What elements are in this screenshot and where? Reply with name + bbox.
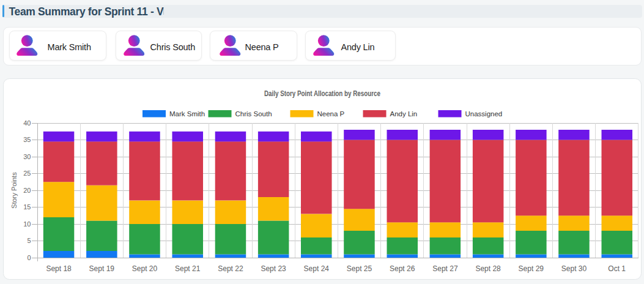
- svg-text:10: 10: [23, 220, 31, 228]
- svg-text:Sept 20: Sept 20: [132, 264, 158, 273]
- svg-text:Mark Smith: Mark Smith: [169, 110, 205, 118]
- svg-text:Sept 27: Sept 27: [432, 264, 458, 273]
- svg-text:Chris South: Chris South: [235, 110, 272, 118]
- svg-text:25: 25: [23, 170, 31, 177]
- svg-text:Unassigned: Unassigned: [465, 110, 503, 118]
- svg-text:Sept 23: Sept 23: [261, 264, 286, 273]
- svg-text:35: 35: [23, 136, 31, 143]
- svg-text:Sept 28: Sept 28: [475, 264, 501, 273]
- svg-text:Sept 29: Sept 29: [519, 264, 544, 273]
- svg-text:Sept 25: Sept 25: [347, 264, 372, 273]
- svg-text:Sept 19: Sept 19: [89, 264, 115, 273]
- svg-text:0: 0: [27, 254, 31, 261]
- svg-text:Neena P: Neena P: [317, 110, 345, 118]
- svg-text:Sept 30: Sept 30: [561, 264, 587, 273]
- svg-text:Sept 22: Sept 22: [218, 264, 243, 273]
- svg-text:Andy Lin: Andy Lin: [390, 110, 418, 118]
- svg-text:20: 20: [23, 187, 31, 194]
- svg-text:5: 5: [27, 237, 31, 244]
- svg-text:Oct 1: Oct 1: [608, 264, 626, 273]
- svg-text:30: 30: [23, 153, 31, 160]
- svg-text:40: 40: [23, 119, 31, 127]
- svg-text:Story Points: Story Points: [10, 172, 18, 209]
- svg-text:Sept 18: Sept 18: [46, 264, 72, 273]
- svg-text:Sept 21: Sept 21: [175, 264, 201, 273]
- svg-text:Sept 24: Sept 24: [304, 264, 330, 273]
- svg-text:Daily Story Point Allocation b: Daily Story Point Allocation by Resource: [264, 89, 380, 98]
- svg-text:Sept 26: Sept 26: [390, 264, 415, 273]
- svg-text:15: 15: [23, 203, 31, 211]
